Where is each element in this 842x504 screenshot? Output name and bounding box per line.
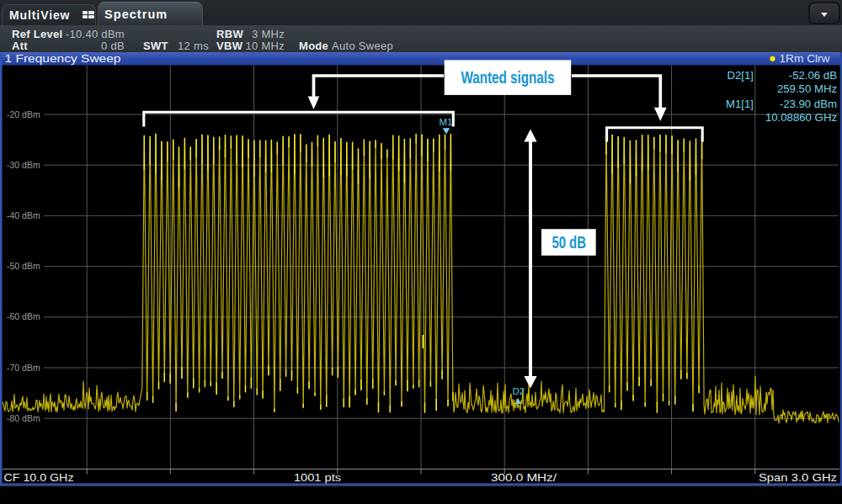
svg-text:D2: D2	[513, 386, 525, 396]
svg-text:-80 dBm: -80 dBm	[7, 413, 40, 423]
svg-text:-23.90 dBm: -23.90 dBm	[780, 98, 837, 110]
svg-text:-40 dBm: -40 dBm	[7, 210, 40, 220]
svg-text:10.08860 GHz: 10.08860 GHz	[765, 111, 837, 124]
svg-text:-60 dBm: -60 dBm	[7, 311, 40, 321]
svg-text:Span 3.0 GHz: Span 3.0 GHz	[759, 471, 837, 484]
svg-text:-30 dBm: -30 dBm	[7, 160, 40, 170]
svg-text:-20 dBm: -20 dBm	[7, 109, 40, 119]
svg-text:1Rm Clrw: 1Rm Clrw	[780, 52, 831, 65]
svg-text:-50 dBm: -50 dBm	[7, 261, 40, 271]
svg-text:Wanted signals: Wanted signals	[461, 68, 555, 87]
svg-text:50 dB: 50 dB	[552, 233, 586, 252]
svg-text:M1: M1	[440, 117, 453, 127]
svg-text:259.50 MHz: 259.50 MHz	[777, 82, 837, 95]
svg-text:CF 10.0 GHz: CF 10.0 GHz	[4, 471, 74, 484]
svg-text:-52.06 dB: -52.06 dB	[789, 69, 837, 82]
svg-text:D2[1]: D2[1]	[727, 69, 754, 82]
svg-text:M1[1]: M1[1]	[726, 98, 754, 110]
svg-text:1001 pts: 1001 pts	[294, 471, 341, 484]
svg-text:1 Frequency Sweep: 1 Frequency Sweep	[5, 52, 121, 65]
svg-text:-70 dBm: -70 dBm	[7, 363, 40, 373]
svg-text:300.0 MHz/: 300.0 MHz/	[491, 471, 557, 484]
